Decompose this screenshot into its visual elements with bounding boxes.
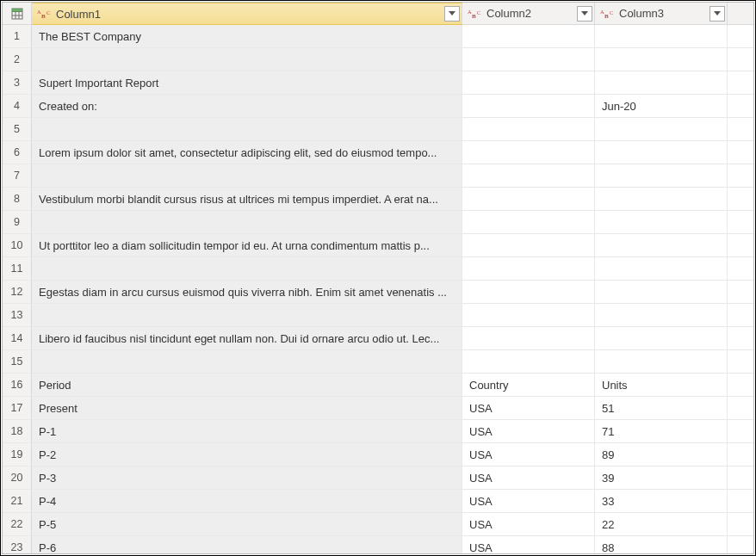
row-number[interactable]: 11 bbox=[3, 257, 32, 281]
cell-column1[interactable]: Ut porttitor leo a diam sollicitudin tem… bbox=[32, 234, 462, 257]
cell-column2[interactable] bbox=[462, 95, 595, 118]
cell-column2[interactable] bbox=[462, 281, 595, 304]
cell-column1[interactable]: Created on: bbox=[32, 95, 462, 118]
column-filter-dropdown[interactable] bbox=[577, 6, 592, 22]
cell-column1[interactable] bbox=[32, 304, 462, 327]
cell-column3[interactable] bbox=[595, 257, 728, 281]
cell-column1[interactable]: Libero id faucibus nisl tincidunt eget n… bbox=[32, 327, 462, 350]
cell-column1[interactable]: The BEST Company bbox=[32, 25, 462, 48]
table-row[interactable]: 5 bbox=[3, 118, 753, 141]
table-row[interactable]: 9 bbox=[3, 211, 753, 234]
row-number[interactable]: 2 bbox=[3, 48, 32, 71]
row-number[interactable]: 9 bbox=[3, 211, 32, 234]
cell-column2[interactable]: USA bbox=[462, 443, 595, 466]
cell-column1[interactable]: Lorem ipsum dolor sit amet, consectetur … bbox=[32, 141, 462, 164]
cell-column1[interactable]: Period bbox=[32, 374, 462, 397]
cell-column3[interactable] bbox=[595, 304, 728, 327]
table-row[interactable]: 18P-1USA71 bbox=[3, 420, 753, 443]
cell-column1[interactable]: Present bbox=[32, 397, 462, 420]
cell-column1[interactable]: P-4 bbox=[32, 490, 462, 513]
row-number[interactable]: 10 bbox=[3, 234, 32, 257]
cell-column3[interactable]: Units bbox=[595, 374, 728, 397]
cell-column1[interactable]: P-3 bbox=[32, 466, 462, 490]
table-row[interactable]: 7 bbox=[3, 164, 753, 188]
cell-column2[interactable] bbox=[462, 257, 595, 281]
table-row[interactable]: 20P-3USA39 bbox=[3, 466, 753, 490]
cell-column1[interactable] bbox=[32, 48, 462, 71]
row-number[interactable]: 5 bbox=[3, 118, 32, 141]
table-row[interactable]: 8Vestibulum morbi blandit cursus risus a… bbox=[3, 188, 753, 211]
table-row[interactable]: 13 bbox=[3, 304, 753, 327]
cell-column1[interactable]: Supert Important Report bbox=[32, 71, 462, 95]
table-row[interactable]: 17PresentUSA51 bbox=[3, 397, 753, 420]
table-row[interactable]: 3Supert Important Report bbox=[3, 71, 753, 95]
table-row[interactable]: 21P-4USA33 bbox=[3, 490, 753, 513]
column-filter-dropdown[interactable] bbox=[444, 6, 460, 22]
cell-column3[interactable]: 71 bbox=[595, 420, 728, 443]
row-number[interactable]: 7 bbox=[3, 164, 32, 188]
cell-column1[interactable]: P-1 bbox=[32, 420, 462, 443]
cell-column2[interactable] bbox=[462, 164, 595, 188]
cell-column2[interactable] bbox=[462, 25, 595, 48]
cell-column2[interactable]: USA bbox=[462, 513, 595, 536]
cell-column2[interactable] bbox=[462, 71, 595, 95]
row-number[interactable]: 14 bbox=[3, 327, 32, 350]
table-row[interactable]: 23P-6USA88 bbox=[3, 536, 753, 553]
cell-column2[interactable]: USA bbox=[462, 536, 595, 553]
cell-column3[interactable] bbox=[595, 118, 728, 141]
cell-column3[interactable] bbox=[595, 141, 728, 164]
column-header-column3[interactable]: A B C Column3 bbox=[595, 3, 728, 25]
cell-column1[interactable]: P-2 bbox=[32, 443, 462, 466]
row-number[interactable]: 1 bbox=[3, 25, 32, 48]
table-row[interactable]: 6Lorem ipsum dolor sit amet, consectetur… bbox=[3, 141, 753, 164]
cell-column2[interactable]: USA bbox=[462, 490, 595, 513]
table-row[interactable]: 1The BEST Company bbox=[3, 25, 753, 48]
table-row[interactable]: 4Created on:Jun-20 bbox=[3, 95, 753, 118]
cell-column1[interactable]: Egestas diam in arcu cursus euismod quis… bbox=[32, 281, 462, 304]
row-number[interactable]: 4 bbox=[3, 95, 32, 118]
cell-column1[interactable] bbox=[32, 257, 462, 281]
cell-column3[interactable]: 51 bbox=[595, 397, 728, 420]
cell-column1[interactable]: Vestibulum morbi blandit cursus risus at… bbox=[32, 188, 462, 211]
column-filter-dropdown[interactable] bbox=[710, 6, 725, 22]
table-row[interactable]: 22P-5USA22 bbox=[3, 513, 753, 536]
column-header-column2[interactable]: A B C Column2 bbox=[462, 3, 595, 25]
cell-column2[interactable]: USA bbox=[462, 420, 595, 443]
cell-column1[interactable] bbox=[32, 350, 462, 374]
row-number[interactable]: 13 bbox=[3, 304, 32, 327]
cell-column3[interactable]: 89 bbox=[595, 443, 728, 466]
row-number[interactable]: 12 bbox=[3, 281, 32, 304]
cell-column3[interactable] bbox=[595, 234, 728, 257]
cell-column3[interactable] bbox=[595, 71, 728, 95]
cell-column2[interactable] bbox=[462, 188, 595, 211]
row-number[interactable]: 21 bbox=[3, 490, 32, 513]
row-number[interactable]: 18 bbox=[3, 420, 32, 443]
cell-column3[interactable]: 88 bbox=[595, 536, 728, 553]
cell-column2[interactable] bbox=[462, 118, 595, 141]
cell-column3[interactable] bbox=[595, 164, 728, 188]
row-number[interactable]: 20 bbox=[3, 466, 32, 490]
table-row[interactable]: 19P-2USA89 bbox=[3, 443, 753, 466]
cell-column2[interactable] bbox=[462, 350, 595, 374]
table-row[interactable]: 2 bbox=[3, 48, 753, 71]
table-row[interactable]: 16PeriodCountryUnits bbox=[3, 374, 753, 397]
cell-column3[interactable]: Jun-20 bbox=[595, 95, 728, 118]
cell-column3[interactable] bbox=[595, 350, 728, 374]
row-number[interactable]: 15 bbox=[3, 350, 32, 374]
cell-column2[interactable] bbox=[462, 304, 595, 327]
row-number[interactable]: 3 bbox=[3, 71, 32, 95]
row-number[interactable]: 22 bbox=[3, 513, 32, 536]
table-row[interactable]: 12Egestas diam in arcu cursus euismod qu… bbox=[3, 281, 753, 304]
row-number[interactable]: 19 bbox=[3, 443, 32, 466]
cell-column3[interactable]: 33 bbox=[595, 490, 728, 513]
cell-column3[interactable] bbox=[595, 25, 728, 48]
cell-column3[interactable] bbox=[595, 211, 728, 234]
cell-column3[interactable] bbox=[595, 281, 728, 304]
cell-column1[interactable] bbox=[32, 164, 462, 188]
table-row[interactable]: 15 bbox=[3, 350, 753, 374]
column-header-column1[interactable]: A B C Column1 bbox=[32, 3, 462, 25]
cell-column2[interactable] bbox=[462, 234, 595, 257]
table-row[interactable]: 14Libero id faucibus nisl tincidunt eget… bbox=[3, 327, 753, 350]
cell-column2[interactable]: USA bbox=[462, 397, 595, 420]
cell-column3[interactable] bbox=[595, 188, 728, 211]
